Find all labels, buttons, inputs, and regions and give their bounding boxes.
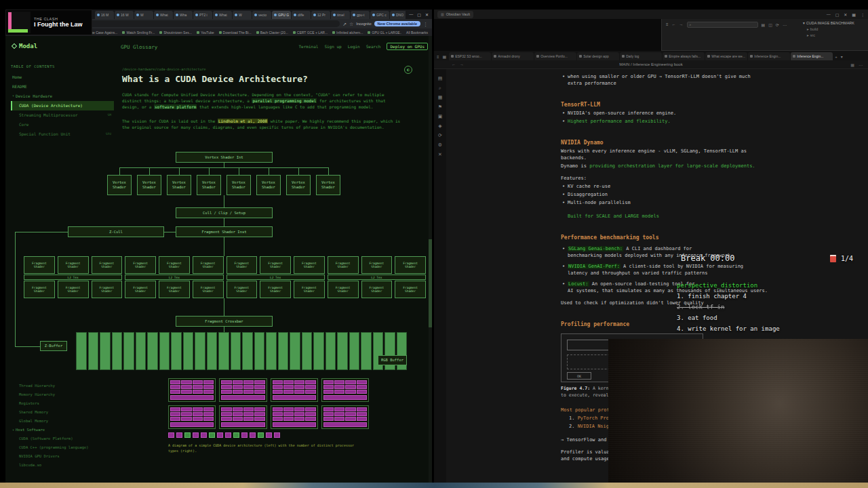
bookmark-item[interactable]: Watch Smiling Fr... [122,30,155,35]
toc-item[interactable]: libcuda.so [11,461,114,470]
note-tab[interactable]: Overview Portfo... [534,52,576,60]
forward-icon[interactable]: → [679,22,684,26]
toc-item[interactable]: README [11,82,114,92]
new-tab-icon[interactable]: + [835,55,837,59]
sidebar-toggle-icon[interactable]: ≡ [437,55,439,59]
browser-tab[interactable]: What [213,11,232,19]
theme-toggle-icon[interactable]: ◐ [404,66,412,74]
share-icon[interactable]: ↗ [342,22,347,26]
overflow-menu-icon[interactable]: ⋮ [861,12,865,17]
bookmark-item[interactable]: Download The Bi... [219,30,252,35]
tab-list-icon[interactable]: ▦ [443,54,447,59]
minimize-button[interactable]: — [409,12,413,16]
note-tab[interactable]: What escape are we... [705,52,747,60]
tree-item[interactable]: ▸src [803,33,854,39]
note-tab[interactable]: Inference Engin... [748,52,790,60]
browser-tab[interactable]: Wha [174,11,193,19]
bookmark-icon[interactable]: ⚑ [438,104,442,110]
toc-item[interactable]: NVIDIA GPU Drivers [11,452,114,461]
bookmark-item[interactable]: GPU GL + LARGE... [368,30,401,35]
toc-item[interactable]: Registers [11,399,114,408]
graph-icon[interactable]: ◈ [438,123,441,129]
forward-icon[interactable]: → [460,62,464,66]
tab-menu-icon[interactable]: ▾ [841,54,843,59]
grid-view-icon[interactable]: ▤ [762,22,766,27]
maximize-button[interactable]: ▢ [835,12,840,17]
note-tab[interactable]: Empire always falls... [663,52,705,60]
toc-item[interactable]: Shared Memory [11,408,114,417]
browser-tab[interactable]: 16 M [95,11,114,19]
window-tab[interactable]: ▥ Obsidian Vault [437,11,473,18]
daily-note-icon[interactable]: ▣ [438,114,443,119]
toc-item[interactable]: ▾Device Hardware [11,92,114,101]
back-icon[interactable]: ← [452,62,456,66]
toc-item[interactable]: Home [11,73,114,82]
canvas-icon[interactable]: ▦ [438,95,443,100]
nav-search[interactable]: Search [366,44,381,49]
browser-tab[interactable]: gpu-t [351,11,370,19]
deploy-button[interactable]: Deploy on GPUs [387,43,428,50]
toc-item[interactable]: Special Function UnitSFU [11,129,114,139]
settings-icon[interactable]: ⚙ [438,142,442,148]
note-tab[interactable]: Solar design app [577,52,619,60]
menu-icon[interactable]: ⋮ [423,22,428,26]
nav-login[interactable]: Login [348,44,360,49]
note-tab[interactable]: Inference Engin... [791,52,833,60]
browser-tab[interactable]: 12 Pr [311,11,330,19]
layout-icon[interactable]: ▦ [850,62,854,67]
bookmark-item[interactable]: Infinited alchem... [332,30,363,35]
browser-tab[interactable]: DNO [390,11,406,19]
menu-icon[interactable]: ≡ [666,22,669,26]
browser-tab[interactable]: diffe [292,11,311,19]
minimize-button[interactable]: — [827,12,831,17]
bookmark-item[interactable]: Shoutintown Ses... [159,30,192,35]
toc-item[interactable]: CUDA (Device Architecture) [11,101,114,110]
note-tab[interactable]: ESP32 S3 wroo... [449,52,491,60]
maximize-button[interactable]: ▢ [417,12,421,17]
search-input[interactable]: ⌕ [687,22,758,28]
toc-item[interactable]: Global Memory [11,417,114,426]
close-icon[interactable]: ✕ [438,152,442,157]
toc-item[interactable]: ▾Host Software [11,426,114,434]
back-icon[interactable]: ← [672,22,676,26]
toc-item[interactable]: Thread Hierarchy [11,382,114,390]
bookmark-item[interactable]: YouTube [197,30,214,35]
bookmark-item[interactable]: Bach Clavier (20... [256,30,288,35]
browser-tab[interactable]: PT2 i [193,11,212,19]
all-bookmarks-button[interactable]: All Bookmarks [406,30,428,35]
nav-terminal[interactable]: Terminal [298,44,318,49]
browser-tab[interactable]: W [134,11,153,19]
note-tab[interactable]: Armadni drony [492,52,534,60]
files-icon[interactable]: ▤ [438,76,443,81]
browser-tab[interactable]: W [233,11,252,19]
star-icon[interactable]: ☆ [349,22,353,26]
bookmark-item[interactable]: CERT GCE + LAR... [293,30,328,35]
toc-item[interactable]: Memory Hierarchy [11,390,114,399]
toc-item[interactable]: CUDA (Software Platform) [11,434,114,443]
browser-tab[interactable]: What [154,11,173,19]
tree-item[interactable]: ▸build [803,26,854,33]
search-icon[interactable]: ⌕ [439,85,441,91]
browser-tab[interactable]: GPC c [370,11,389,19]
note-tab[interactable]: Daily log [620,52,662,60]
sync-icon[interactable]: ⟳ [438,133,442,138]
panel-toggle-icon[interactable]: ▦ [852,12,856,17]
more-options-icon[interactable]: ⋯ [859,62,863,67]
modal-logo[interactable]: Modal [12,43,37,49]
browser-tab[interactable]: vecto [252,11,271,19]
update-chrome-button[interactable]: New Chrome available [374,21,420,26]
browser-tab[interactable]: GPU G [272,11,291,19]
split-view-icon[interactable]: ◫ [768,22,772,27]
browser-tab[interactable]: timel [331,11,350,19]
toc-item[interactable]: CUDA C++ (programming language) [11,443,114,452]
close-button[interactable]: ✕ [844,12,847,17]
toc-item[interactable]: Streaming MultiprocessorSM [11,110,114,120]
refresh-icon[interactable]: ⟳ [776,22,779,27]
toc-item[interactable]: Core [11,120,114,129]
close-button[interactable]: ✕ [425,12,429,17]
browser-tab[interactable]: 16 W [115,11,134,19]
page-scrollbar[interactable] [429,36,432,483]
nav-signup[interactable]: Sign up [324,44,341,49]
tree-item[interactable]: ▾CUDA IMAGE BENCHMARK [803,20,854,26]
more-icon[interactable]: ⋯ [783,22,787,27]
